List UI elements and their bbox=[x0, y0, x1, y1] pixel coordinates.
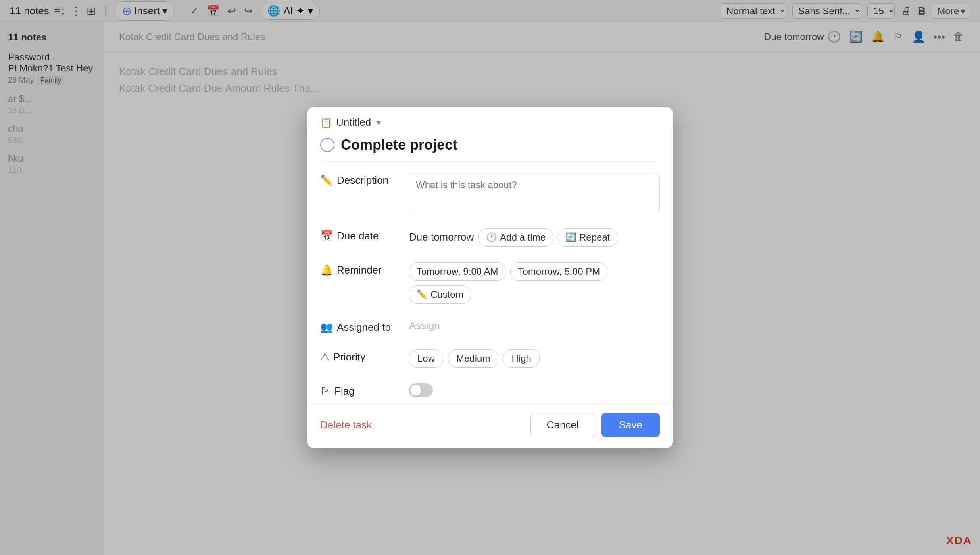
priority-low-label: Low bbox=[417, 353, 435, 364]
flag-content bbox=[409, 383, 660, 397]
reminder-option2-text: Tomorrow, 5:00 PM bbox=[518, 266, 600, 277]
description-icon: ✏️ bbox=[320, 174, 333, 187]
cancel-button[interactable]: Cancel bbox=[530, 413, 595, 437]
repeat-label: Repeat bbox=[579, 232, 610, 243]
add-time-chip[interactable]: 🕐 Add a time bbox=[478, 228, 553, 247]
assigned-to-label: Assigned to bbox=[337, 321, 391, 333]
priority-low[interactable]: Low bbox=[409, 349, 443, 368]
task-name: Complete project bbox=[341, 137, 457, 153]
clock-chip-icon: 🕐 bbox=[486, 232, 497, 243]
flag-label: Flag bbox=[334, 385, 355, 397]
reminder-field-row: 🔔 Reminder Tomorrow, 9:00 AM Tomorrow, 5… bbox=[307, 254, 673, 312]
description-field-row: ✏️ Description bbox=[307, 165, 673, 220]
reminder-option1[interactable]: Tomorrow, 9:00 AM bbox=[409, 262, 505, 281]
flag-label-area: 🏳 Flag bbox=[320, 383, 400, 397]
due-date-label-area: 📅 Due date bbox=[320, 228, 400, 242]
flag-field-icon: 🏳 bbox=[320, 385, 331, 397]
priority-medium[interactable]: Medium bbox=[448, 349, 498, 368]
priority-label: Priority bbox=[333, 351, 365, 363]
reminder-custom-label: Custom bbox=[430, 289, 463, 300]
task-dialog: 📋 Untitled ▾ Complete project ✏️ Descrip… bbox=[307, 107, 673, 448]
due-date-label: Due date bbox=[337, 230, 379, 242]
description-label-area: ✏️ Description bbox=[320, 173, 400, 187]
add-time-label: Add a time bbox=[500, 232, 546, 243]
priority-content: Low Medium High bbox=[409, 349, 660, 368]
notebook-icon: 📋 bbox=[320, 117, 332, 128]
person-field-icon: 👥 bbox=[320, 321, 333, 333]
priority-icon: ⚠ bbox=[320, 351, 329, 363]
reminder-option2[interactable]: Tomorrow, 5:00 PM bbox=[510, 262, 607, 281]
task-complete-circle[interactable] bbox=[320, 138, 334, 152]
reminder-option1-text: Tomorrow, 9:00 AM bbox=[417, 266, 498, 277]
save-button[interactable]: Save bbox=[601, 413, 660, 437]
due-date-field-row: 📅 Due date Due tomorrow 🕐 Add a time 🔄 R… bbox=[307, 220, 673, 254]
priority-medium-label: Medium bbox=[456, 353, 490, 364]
priority-high[interactable]: High bbox=[503, 349, 539, 368]
reminder-custom-chip[interactable]: ✏️ Custom bbox=[409, 285, 471, 304]
description-label: Description bbox=[337, 174, 388, 187]
assigned-to-field-row: 👥 Assigned to Assign bbox=[307, 312, 673, 341]
description-input[interactable] bbox=[409, 173, 660, 212]
footer-right: Cancel Save bbox=[530, 413, 660, 437]
dialog-notebook-title[interactable]: Untitled bbox=[336, 116, 371, 129]
due-date-value[interactable]: Due tomorrow bbox=[409, 231, 474, 243]
dialog-task-row: Complete project bbox=[307, 129, 673, 161]
repeat-chip-icon: 🔄 bbox=[565, 232, 576, 243]
assign-placeholder[interactable]: Assign bbox=[409, 320, 440, 332]
flag-toggle[interactable] bbox=[409, 383, 433, 397]
priority-high-label: High bbox=[511, 353, 531, 364]
assigned-to-content: Assign bbox=[409, 320, 660, 332]
modal-overlay[interactable]: 📋 Untitled ▾ Complete project ✏️ Descrip… bbox=[0, 0, 980, 555]
repeat-chip[interactable]: 🔄 Repeat bbox=[558, 228, 617, 247]
dialog-footer: Delete task Cancel Save bbox=[307, 405, 673, 448]
dialog-header: 📋 Untitled ▾ bbox=[307, 107, 673, 129]
assigned-to-label-area: 👥 Assigned to bbox=[320, 320, 400, 333]
description-content bbox=[409, 173, 660, 212]
calendar-field-icon: 📅 bbox=[320, 230, 333, 242]
priority-field-row: ⚠ Priority Low Medium High bbox=[307, 341, 673, 376]
notebook-chevron-icon[interactable]: ▾ bbox=[377, 118, 381, 128]
pencil-chip-icon: ✏️ bbox=[417, 289, 427, 300]
dialog-fields: ✏️ Description 📅 Due date Due tomorrow 🕐 bbox=[307, 162, 673, 405]
bell-field-icon: 🔔 bbox=[320, 264, 333, 276]
delete-task-button[interactable]: Delete task bbox=[320, 419, 372, 431]
reminder-label-area: 🔔 Reminder bbox=[320, 262, 400, 276]
reminder-label: Reminder bbox=[337, 264, 382, 276]
flag-field-row: 🏳 Flag bbox=[307, 376, 673, 405]
due-date-content: Due tomorrow 🕐 Add a time 🔄 Repeat bbox=[409, 228, 660, 247]
toggle-knob bbox=[410, 385, 421, 396]
reminder-content: Tomorrow, 9:00 AM Tomorrow, 5:00 PM ✏️ C… bbox=[409, 262, 660, 304]
priority-label-area: ⚠ Priority bbox=[320, 349, 400, 363]
